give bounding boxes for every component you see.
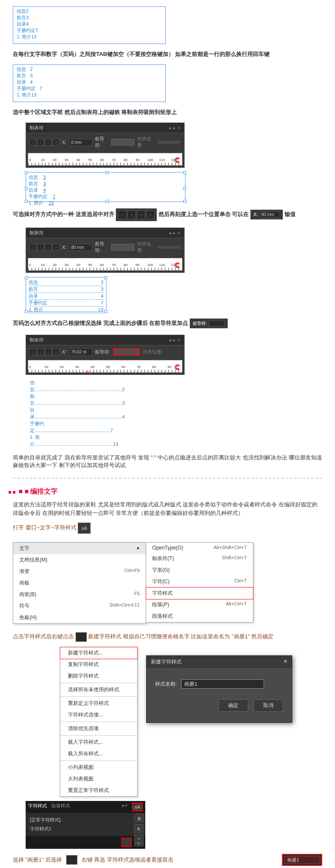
- align-btn[interactable]: ↓: [127, 210, 136, 219]
- style-name-input[interactable]: [181, 679, 264, 689]
- align-label: 对齐位置:: [143, 349, 163, 355]
- align-tab[interactable]: ↓: [53, 348, 59, 355]
- align-btn[interactable]: ↓: [118, 210, 126, 219]
- align-tab[interactable]: ↓: [37, 244, 44, 251]
- panel-title: 制表符: [29, 337, 44, 343]
- magnet-icon[interactable]: 🧲: [174, 262, 181, 268]
- context-item[interactable]: 清除优先选项: [60, 723, 137, 734]
- align-tab[interactable]: ↓: [37, 348, 44, 355]
- context-item[interactable]: 载入所有样式...: [60, 748, 137, 760]
- close-icon[interactable]: ✕: [177, 231, 181, 235]
- align-btn[interactable]: ↓: [137, 210, 145, 219]
- magnet-icon[interactable]: 🧲: [174, 157, 181, 163]
- menu-item[interactable]: 字形(G): [146, 564, 253, 576]
- context-item[interactable]: 复制字符样式: [60, 659, 137, 670]
- menu-item[interactable]: OpenType(O)Alt+Shift+Ctrl+T: [146, 543, 253, 553]
- menu-item[interactable]: 符号Shift+Ctrl+F11: [13, 600, 146, 612]
- menu-item[interactable]: 画板: [13, 577, 146, 589]
- tab-para-styles[interactable]: 段落样式: [51, 803, 70, 811]
- ruler-tick: 0: [28, 365, 44, 369]
- context-item[interactable]: 大列表视图: [60, 773, 137, 785]
- magnet-icon[interactable]: 🧲: [174, 364, 181, 370]
- new-style-button[interactable]: ▫: [121, 838, 132, 847]
- menu-item[interactable]: 画笔(B)F5: [13, 589, 146, 600]
- close-icon[interactable]: ✕: [177, 338, 181, 342]
- context-item[interactable]: 字符样式选项...: [60, 709, 137, 721]
- ruler[interactable]: 0 10 20 30 40 50 60 70 80 90 100 110 120: [28, 258, 182, 271]
- panel-toolbar: ↓ ↓ ↓ ↓ X: 前导符: 对齐位置:: [26, 133, 184, 151]
- menu-item-char-style[interactable]: 字符样式: [146, 587, 253, 599]
- tab-char-styles[interactable]: 字符样式: [28, 803, 47, 811]
- context-item[interactable]: 重置正常字符样式: [60, 785, 137, 796]
- style-item-normal[interactable]: [正常字符样式]: [30, 815, 141, 824]
- ruler-tick: 110: [159, 263, 170, 267]
- brown-instruction-2: 选择 "画册1" 后选择 右键 再选 字符样式选项或者直接双击: [13, 854, 322, 866]
- x-input[interactable]: [69, 348, 92, 356]
- align-btn[interactable]: ↓: [146, 210, 155, 219]
- ruler-tick: 40: [76, 263, 88, 267]
- close-icon[interactable]: ✕: [283, 658, 288, 666]
- menu-item[interactable]: 制表符(T)Shift+Ctrl+T: [146, 553, 253, 564]
- leader-input[interactable]: [113, 348, 140, 356]
- align-right-tab[interactable]: ↓: [45, 139, 52, 146]
- align-left-tab[interactable]: ↓: [29, 139, 36, 146]
- ok-button[interactable]: 确定: [218, 699, 248, 712]
- style-item-1[interactable]: 字符样式1: [30, 824, 141, 833]
- leader-input[interactable]: [111, 244, 135, 251]
- ruler[interactable]: 0 10 20 30 40 50 60 70 80 90 100 110 120: [28, 153, 182, 166]
- context-item[interactable]: 选择所有未使用的样式: [60, 684, 137, 696]
- panel-icon[interactable]: ≡: [134, 834, 144, 843]
- close-icon[interactable]: ◄◄: [168, 126, 176, 130]
- menu-item[interactable]: 字符(C)Ctrl+T: [146, 576, 253, 587]
- context-new-style[interactable]: 新建字符样式...: [60, 647, 138, 659]
- menu-item[interactable]: 文档信息(M): [13, 554, 146, 566]
- x-input[interactable]: [259, 211, 280, 218]
- instruction-4: 页码怎么对齐方式自己根据情况选择 完成上面的步骤后 在前导符里加点 前导符:: [13, 319, 322, 328]
- menu-text-submenu: OpenType(O)Alt+Shift+Ctrl+T 制表符(T)Shift+…: [146, 542, 253, 623]
- context-item[interactable]: 重新定义字符样式: [60, 698, 137, 709]
- align-tab[interactable]: ↓: [45, 348, 52, 355]
- align-tab[interactable]: ↓: [29, 348, 36, 355]
- menu-item[interactable]: 渐变Ctrl+F9: [13, 566, 146, 577]
- cancel-button[interactable]: 取消: [253, 699, 283, 712]
- panel-menu-icon[interactable]: ▸≡: [122, 803, 127, 811]
- menu-item[interactable]: 色板(H): [13, 612, 146, 623]
- align-input[interactable]: [158, 141, 181, 143]
- align-input[interactable]: [158, 246, 181, 248]
- x-input[interactable]: [69, 244, 92, 251]
- style-name-field[interactable]: [284, 856, 320, 864]
- panel-icon[interactable]: ◐: [134, 824, 144, 833]
- align-tab[interactable]: ↓: [53, 244, 59, 251]
- open-menu-instruction: 打开 窗口~文字~字符样式 aA: [13, 523, 322, 534]
- menu-item-text[interactable]: 文字▸: [13, 543, 146, 554]
- panel-icon[interactable]: ▦: [134, 814, 144, 822]
- toc-row: 目录 4: [29, 187, 182, 193]
- context-item[interactable]: 载入字符样式...: [60, 736, 137, 748]
- close-icon[interactable]: ✕: [177, 126, 181, 130]
- leader-input[interactable]: [111, 139, 135, 146]
- tab-align-buttons: ↓ ↓ ↓ ↓: [29, 139, 59, 146]
- text-frame-aligned[interactable]: 信息2 前言3 目录4 手册约定7 1. 简介13: [26, 277, 106, 312]
- char-style-icon-highlighted[interactable]: aA: [132, 803, 143, 811]
- selected-text-frame[interactable]: 信息 2 前言 3 目录 4 手册约定 7 1. 简介 13: [26, 172, 185, 202]
- align-tab[interactable]: ↓: [29, 244, 36, 251]
- ruler-tick: 40: [76, 158, 88, 162]
- leader-input[interactable]: [209, 320, 225, 327]
- ruler-tick: 70: [111, 263, 123, 267]
- close-icon[interactable]: ◄◄: [168, 338, 176, 342]
- align-tab[interactable]: ↓: [45, 244, 52, 251]
- ruler[interactable]: 0 10 20 30 40 50 60 70 80 90: [28, 360, 182, 373]
- toc-result: 信息......................................…: [30, 379, 124, 447]
- close-icon[interactable]: ◄◄: [168, 231, 176, 235]
- context-item[interactable]: 删除字符样式: [60, 670, 137, 682]
- menu-item[interactable]: 段落(P)Alt+Ctrl+T: [146, 599, 253, 611]
- instruction-5: 简单的目录就完成了 我在前导符里尝试了其他符号 发现 "·" 中心的点输进去后点…: [13, 454, 322, 469]
- align-decimal-tab[interactable]: ↓: [53, 139, 59, 146]
- x-position-input[interactable]: [69, 139, 92, 146]
- x-field-inline: X:: [250, 210, 283, 219]
- align-center-tab[interactable]: ↓: [37, 139, 44, 146]
- context-item[interactable]: 小列表视图: [60, 762, 137, 773]
- text-box-1: 信息2 前言3 目录4 手册约定7 1. 简介13: [13, 6, 166, 44]
- icon-box: [66, 855, 77, 865]
- menu-item[interactable]: 段落样式: [146, 611, 253, 622]
